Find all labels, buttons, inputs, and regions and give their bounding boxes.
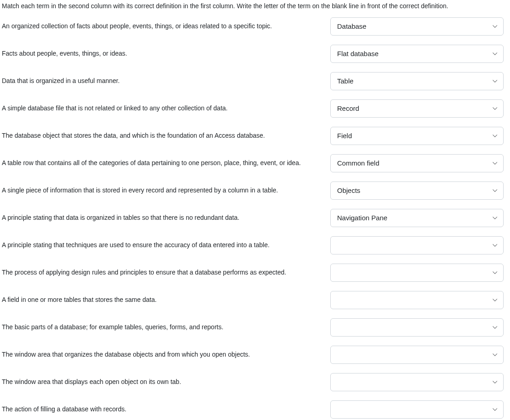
definition-text: The window area that displays each open … [2, 378, 328, 387]
definition-text: A principle stating that techniques are … [2, 241, 328, 250]
definition-text: The basic parts of a database; for examp… [2, 323, 328, 332]
definition-text: The action of filling a database with re… [2, 405, 328, 414]
term-dropdown[interactable] [330, 264, 504, 282]
chevron-down-icon [492, 51, 498, 57]
chevron-down-icon [492, 325, 498, 330]
definition-text: An organized collection of facts about p… [2, 22, 328, 31]
chevron-down-icon [492, 297, 498, 303]
dropdown-selected-value: Field [337, 132, 352, 140]
term-dropdown[interactable] [330, 373, 504, 391]
term-dropdown[interactable]: Table [330, 72, 504, 90]
definition-text: The window area that organizes the datab… [2, 350, 328, 359]
term-dropdown[interactable] [330, 400, 504, 419]
chevron-down-icon [492, 407, 498, 412]
term-dropdown[interactable]: Navigation Pane [330, 209, 504, 227]
definition-text: A table row that contains all of the cat… [2, 159, 328, 168]
term-dropdown[interactable] [330, 318, 504, 337]
dropdown-selected-value: Record [337, 104, 359, 112]
chevron-down-icon [492, 161, 498, 166]
dropdown-selected-value: Table [337, 77, 354, 85]
definition-text: The process of applying design rules and… [2, 268, 328, 277]
chevron-down-icon [492, 243, 498, 248]
definition-text: Data that is organized in a useful manne… [2, 77, 328, 86]
term-dropdown[interactable]: Common field [330, 154, 504, 172]
definition-text: A simple database file that is not relat… [2, 104, 328, 113]
term-dropdown[interactable]: Field [330, 127, 504, 145]
chevron-down-icon [492, 106, 498, 111]
chevron-down-icon [492, 188, 498, 193]
dropdown-selected-value: Flat database [337, 50, 379, 57]
definition-text: A field in one or more tables that store… [2, 296, 328, 305]
matching-grid: An organized collection of facts about p… [2, 17, 508, 419]
definition-text: Facts about people, events, things, or i… [2, 49, 328, 58]
chevron-down-icon [492, 270, 498, 275]
term-dropdown[interactable]: Database [330, 17, 504, 36]
chevron-down-icon [492, 133, 498, 139]
dropdown-selected-value: Objects [337, 187, 360, 194]
term-dropdown[interactable] [330, 291, 504, 309]
term-dropdown[interactable]: Flat database [330, 45, 504, 63]
chevron-down-icon [492, 215, 498, 221]
chevron-down-icon [492, 24, 498, 29]
dropdown-selected-value: Common field [337, 159, 380, 167]
instructions-text: Match each term in the second column wit… [2, 2, 508, 11]
chevron-down-icon [492, 78, 498, 84]
definition-text: The database object that stores the data… [2, 131, 328, 140]
term-dropdown[interactable]: Record [330, 99, 504, 118]
definition-text: A single piece of information that is st… [2, 186, 328, 195]
chevron-down-icon [492, 352, 498, 358]
term-dropdown[interactable]: Objects [330, 181, 504, 200]
term-dropdown[interactable] [330, 346, 504, 364]
dropdown-selected-value: Navigation Pane [337, 214, 387, 222]
chevron-down-icon [492, 379, 498, 385]
dropdown-selected-value: Database [337, 22, 366, 30]
term-dropdown[interactable] [330, 236, 504, 254]
definition-text: A principle stating that data is organiz… [2, 213, 328, 223]
